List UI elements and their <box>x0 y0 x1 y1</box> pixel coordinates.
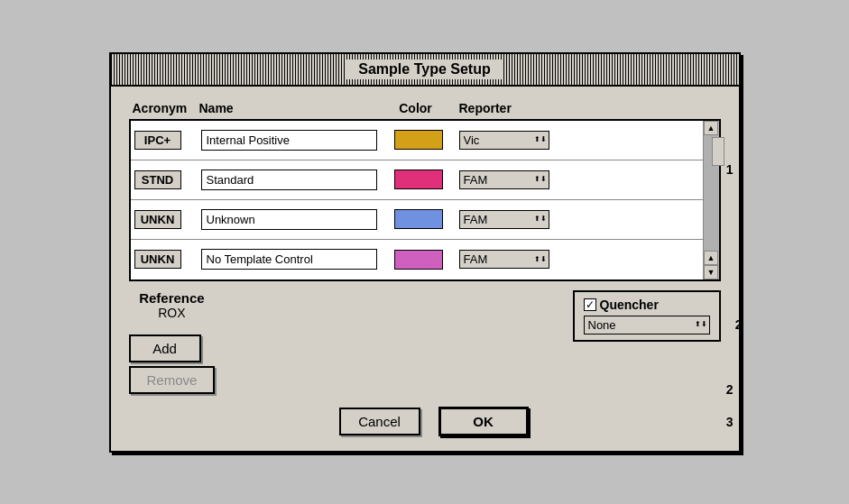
header-reporter: Reporter <box>459 101 577 115</box>
acronym-value: UNKN <box>134 210 181 229</box>
cell-reporter: FAMVicHEXTETROX <box>459 170 568 189</box>
acronym-value: UNKN <box>134 250 181 269</box>
name-input[interactable] <box>201 130 377 151</box>
quencher-header: ✓ Quencher <box>584 298 710 312</box>
quencher-checkbox[interactable]: ✓ <box>584 298 596 311</box>
quencher-select-wrapper[interactable]: NoneTAMRABHQ1BHQ2 <box>584 316 710 334</box>
reporter-select-wrapper[interactable]: FAMVicHEXTETROX <box>459 210 549 229</box>
table-row: UNKN FAMVicHEXTETROX <box>131 200 703 240</box>
table-row: STND FAMVicHEXTETROX <box>131 160 703 200</box>
left-panel: Reference ROX Add Remove <box>129 290 216 394</box>
dialog-title: Sample Type Setup <box>346 60 503 79</box>
add-button[interactable]: Add <box>129 334 201 362</box>
cell-acronym: UNKN <box>134 250 196 269</box>
table-rows: IPC+ VicFAMHEXTETROX <box>131 121 703 279</box>
cell-reporter: FAMVicHEXTETROX <box>459 250 568 269</box>
cell-acronym: IPC+ <box>134 131 196 150</box>
cell-reporter: VicFAMHEXTETROX <box>459 131 568 150</box>
cell-color[interactable] <box>387 130 450 150</box>
acronym-value: STND <box>134 170 181 189</box>
header-acronym: Acronym <box>133 101 199 115</box>
quencher-section: ✓ Quencher NoneTAMRABHQ1BHQ2 <box>573 290 721 342</box>
reporter-select-wrapper[interactable]: FAMVicHEXTETROX <box>459 250 549 269</box>
callout-1: 1 <box>726 162 734 177</box>
scroll-top-button[interactable]: ▲ <box>704 121 718 135</box>
quencher-label: Quencher <box>600 298 659 312</box>
cell-name <box>201 130 382 151</box>
name-input[interactable] <box>201 209 377 230</box>
reference-label: Reference <box>129 290 216 306</box>
reference-section: Reference ROX <box>129 290 216 320</box>
quencher-area: ✓ Quencher NoneTAMRABHQ1BHQ2 2 <box>573 290 721 342</box>
cell-acronym: STND <box>134 170 196 189</box>
cell-color[interactable] <box>387 209 450 229</box>
scroll-down-arrow[interactable]: ▼ <box>704 265 718 279</box>
color-swatch[interactable] <box>394 209 443 229</box>
cell-color[interactable] <box>387 250 450 270</box>
add-remove-buttons: Add Remove <box>129 334 216 394</box>
name-input[interactable] <box>201 170 377 190</box>
cell-name <box>201 209 382 230</box>
sample-table: IPC+ VicFAMHEXTETROX <box>129 119 721 281</box>
cell-reporter: FAMVicHEXTETROX <box>459 210 568 229</box>
cancel-button[interactable]: Cancel <box>339 408 420 435</box>
dialog-content: Acronym Name Color Reporter IPC+ <box>111 87 739 451</box>
table-row: UNKN FAMVicHEXTETROX <box>131 240 703 279</box>
table-row: IPC+ VicFAMHEXTETROX <box>131 121 703 160</box>
quencher-select[interactable]: NoneTAMRABHQ1BHQ2 <box>584 316 710 334</box>
scroll-thumb[interactable] <box>712 137 724 166</box>
color-swatch[interactable] <box>394 250 443 270</box>
ok-button[interactable]: OK <box>438 407 529 436</box>
reporter-select[interactable]: FAMVicHEXTETROX <box>459 170 549 189</box>
scroll-up-arrow[interactable]: ▲ <box>704 251 718 265</box>
scrollbar[interactable]: ▲ ▲ ▼ <box>703 121 719 279</box>
remove-button[interactable]: Remove <box>129 366 216 394</box>
name-input[interactable] <box>201 249 377 270</box>
cell-name <box>201 249 382 270</box>
buttons-row: Cancel OK <box>129 407 721 436</box>
cell-acronym: UNKN <box>134 210 196 229</box>
title-bar: Sample Type Setup <box>111 54 739 87</box>
color-swatch[interactable] <box>394 170 443 189</box>
callout-2-pos: 2 <box>726 382 734 397</box>
reporter-select[interactable]: FAMVicHEXTETROX <box>459 210 549 229</box>
callout-3: 3 <box>726 415 734 429</box>
column-headers: Acronym Name Color Reporter <box>129 101 721 115</box>
acronym-value: IPC+ <box>134 131 181 150</box>
reporter-select-wrapper[interactable]: VicFAMHEXTETROX <box>459 131 549 150</box>
reporter-select-wrapper[interactable]: FAMVicHEXTETROX <box>459 170 549 189</box>
reporter-select[interactable]: FAMVicHEXTETROX <box>459 250 549 269</box>
callout-2: 2 <box>735 317 743 332</box>
reference-value: ROX <box>129 306 216 320</box>
cell-name <box>201 170 382 190</box>
dialog: Sample Type Setup Acronym Name Color Rep… <box>109 52 741 453</box>
reporter-select[interactable]: VicFAMHEXTETROX <box>459 131 549 150</box>
cell-color[interactable] <box>387 170 450 189</box>
header-color: Color <box>380 101 452 115</box>
header-name: Name <box>199 101 380 115</box>
color-swatch[interactable] <box>394 130 443 150</box>
bottom-section: Reference ROX Add Remove ✓ Quencher <box>129 290 721 394</box>
